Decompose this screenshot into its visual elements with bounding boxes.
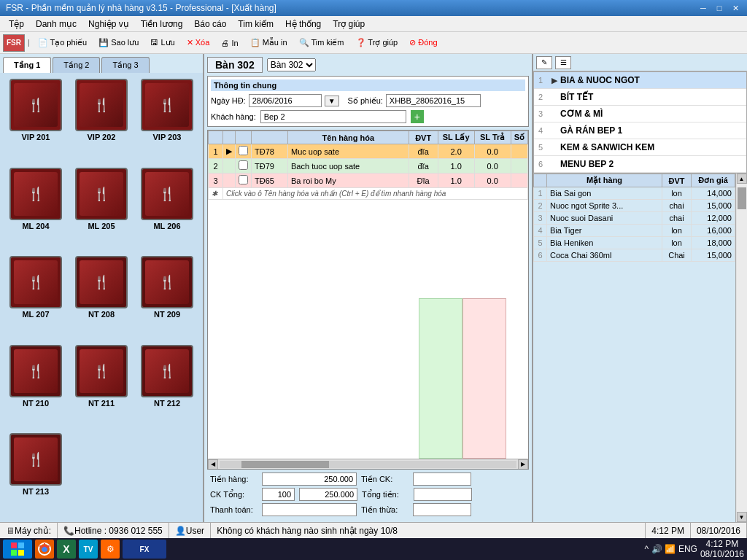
table-nt209[interactable]: 🍴 NT 209 xyxy=(137,256,197,339)
product-row-2[interactable]: 2 Nuoc ngot Sprite 3... chai 15,000 xyxy=(534,200,735,212)
tien-ck-input[interactable] xyxy=(413,472,471,486)
backup-button[interactable]: 💾 Sao lưu xyxy=(93,34,144,52)
floor-tab-3[interactable]: Tầng 3 xyxy=(101,57,149,73)
product-row-5[interactable]: 5 Bia Heniken lon 18,000 xyxy=(534,237,735,249)
floor-tab-1[interactable]: Tầng 1 xyxy=(3,57,51,73)
product-row-6[interactable]: 6 Coca Chai 360ml Chai 15,000 xyxy=(534,249,735,262)
product-row-3[interactable]: 3 Nuoc suoi Dasani chai 12,000 xyxy=(534,212,735,225)
order-row-1[interactable]: 1 ▶ TĐ78 Muc uop sate đĩa 2.0 0.0 xyxy=(209,144,528,159)
save-button[interactable]: 🖫 Lưu xyxy=(145,34,179,52)
products-scroll[interactable]: Mặt hàng ĐVT Đơn giá 1 Bia Sai gon lon xyxy=(533,174,735,522)
row1-arrow: ▶ xyxy=(223,144,236,159)
order-row-3[interactable]: 3 TĐ65 Ba roi bo My Đĩa 1.0 0.0 xyxy=(209,174,528,188)
right-scroll-track[interactable] xyxy=(737,184,747,512)
menu-tienluong[interactable]: Tiền lương xyxy=(135,18,189,31)
tool-list-btn[interactable]: ☰ xyxy=(555,56,571,69)
scroll-track[interactable] xyxy=(220,461,516,468)
date-dropdown-btn[interactable]: ▼ xyxy=(325,96,339,106)
fsr-logo: FSR xyxy=(3,34,25,52)
menu-baocao[interactable]: Báo cáo xyxy=(188,18,232,31)
right-scroll-down-btn[interactable]: ▼ xyxy=(737,512,747,522)
table-nt213[interactable]: 🍴 NT 213 xyxy=(6,433,66,516)
floor-tab-2[interactable]: Tầng 2 xyxy=(53,57,100,73)
add-khach-button[interactable]: + xyxy=(411,110,424,123)
menu-timkiem[interactable]: Tim kiếm xyxy=(232,18,279,31)
phieu-field-row: Số phiếu: xyxy=(348,94,481,107)
print-template-button[interactable]: 📋 Mẫu in xyxy=(245,34,293,52)
table-ml207[interactable]: 🍴 ML 207 xyxy=(6,256,66,339)
clock-date: 08/10/2016 xyxy=(700,549,744,559)
row3-check[interactable] xyxy=(236,174,252,188)
col-header-stt xyxy=(209,131,223,144)
table-nt208[interactable]: 🍴 NT 208 xyxy=(71,256,131,339)
category-item-2[interactable]: 2 BÍT TẾT xyxy=(534,89,746,106)
right-scroll-thumb[interactable] xyxy=(738,187,746,209)
tong-tien-input[interactable] xyxy=(414,488,472,501)
close-button[interactable]: ✕ xyxy=(729,3,741,13)
taskbar-teamviewer-icon[interactable]: TV xyxy=(79,540,98,559)
table-nt212[interactable]: 🍴 NT 212 xyxy=(137,345,197,428)
create-receipt-button[interactable]: 📄 Tạo phiếu xyxy=(33,34,93,52)
category-item-1[interactable]: 1 ▶ BIA & NUOC NGOT xyxy=(534,72,746,89)
taskbar-fsr-icon[interactable]: FX xyxy=(123,540,166,559)
order-table-scroll[interactable]: Tên hàng hóa ĐVT SL Lấy SL Trả Số 1 ▶ T xyxy=(208,131,528,459)
window-controls: ─ □ ✕ xyxy=(697,3,741,13)
toolbar-sep1: | xyxy=(26,39,31,47)
ck-tong-input[interactable] xyxy=(262,488,295,501)
date-input[interactable] xyxy=(249,94,322,107)
product-row-4[interactable]: 4 Bia Tiger lon 16,000 xyxy=(534,225,735,237)
start-button[interactable] xyxy=(3,540,32,559)
table-ml205[interactable]: 🍴 ML 205 xyxy=(71,168,131,251)
khach-input[interactable] xyxy=(260,110,406,123)
taskbar-chrome-icon[interactable] xyxy=(35,540,54,559)
table-vip203[interactable]: 🍴 VIP 203 xyxy=(137,79,197,162)
order-row-2[interactable]: 2 TĐ79 Bach tuoc uop sate đĩa 1.0 0.0 xyxy=(209,159,528,174)
row1-ten: Muc uop sate xyxy=(288,144,409,159)
table-ml204[interactable]: 🍴 ML 204 xyxy=(6,168,66,251)
menu-tep[interactable]: Tệp xyxy=(3,18,30,31)
category-item-3[interactable]: 3 CƠM & MÌ xyxy=(534,106,746,122)
order-info-title: Thông tin chung xyxy=(211,79,525,91)
phone-icon: 📞 xyxy=(63,526,74,536)
help-button[interactable]: ❓ Trợ giúp xyxy=(351,34,403,52)
row2-check[interactable] xyxy=(236,159,252,174)
print-button[interactable]: 🖨 In xyxy=(216,34,243,52)
close-receipt-button[interactable]: ⊘ Đóng xyxy=(404,34,442,52)
delete-button[interactable]: ✕ Xóa xyxy=(182,34,215,52)
table-vip201[interactable]: 🍴 VIP 201 xyxy=(6,79,66,162)
scroll-right-btn[interactable]: ▶ xyxy=(518,459,528,470)
status-user: 👤 User xyxy=(169,523,211,538)
table-select[interactable]: Bàn 302 xyxy=(267,58,316,71)
right-scroll-up-btn[interactable]: ▲ xyxy=(737,174,747,184)
category-item-4[interactable]: 4 GÀ RÁN BEP 1 xyxy=(534,122,746,139)
tien-thua-input[interactable] xyxy=(413,503,471,516)
menu-danhmuc[interactable]: Danh mục xyxy=(30,18,82,31)
table-ml206[interactable]: 🍴 ML 206 xyxy=(137,168,197,251)
thanh-toan-input[interactable] xyxy=(262,503,357,516)
table-nt211[interactable]: 🍴 NT 211 xyxy=(71,345,131,428)
maximize-button[interactable]: □ xyxy=(713,3,725,13)
search-button[interactable]: 🔍 Tim kiếm xyxy=(294,34,349,52)
category-item-5[interactable]: 5 KEM & SANWICH KEM xyxy=(534,139,746,156)
hint-row: ✱ Click vào ô Tên hàng hóa và nhấn (Ctrl… xyxy=(209,188,528,200)
ck-tong-pct-input[interactable] xyxy=(299,488,357,501)
scroll-left-btn[interactable]: ◀ xyxy=(208,459,218,470)
minimize-button[interactable]: ─ xyxy=(697,3,709,13)
scroll-thumb[interactable] xyxy=(241,461,329,468)
taskbar-app4-icon[interactable]: ⚙ xyxy=(101,540,120,559)
table-nt210[interactable]: 🍴 NT 210 xyxy=(6,345,66,428)
menu-nghiepvu[interactable]: Nghiệp vụ xyxy=(82,18,135,31)
col-header-so: Số xyxy=(511,131,527,144)
product-row-1[interactable]: 1 Bia Sai gon lon 14,000 xyxy=(534,187,735,200)
menu-hethong[interactable]: Hệ thống xyxy=(279,18,327,31)
tien-hang-input[interactable] xyxy=(262,472,357,486)
menu-trogiup[interactable]: Trợ giúp xyxy=(327,18,371,31)
category-item-6[interactable]: 6 MENU BEP 2 xyxy=(534,156,746,173)
row1-check[interactable] xyxy=(236,144,252,159)
col-header-arrow xyxy=(223,131,236,144)
taskbar-excel-icon[interactable]: X xyxy=(57,540,76,559)
tool-edit-btn[interactable]: ✎ xyxy=(536,56,552,69)
horizontal-scrollbar[interactable]: ◀ ▶ xyxy=(208,459,528,469)
table-vip202[interactable]: 🍴 VIP 202 xyxy=(71,79,131,162)
phieu-input[interactable] xyxy=(386,94,481,107)
